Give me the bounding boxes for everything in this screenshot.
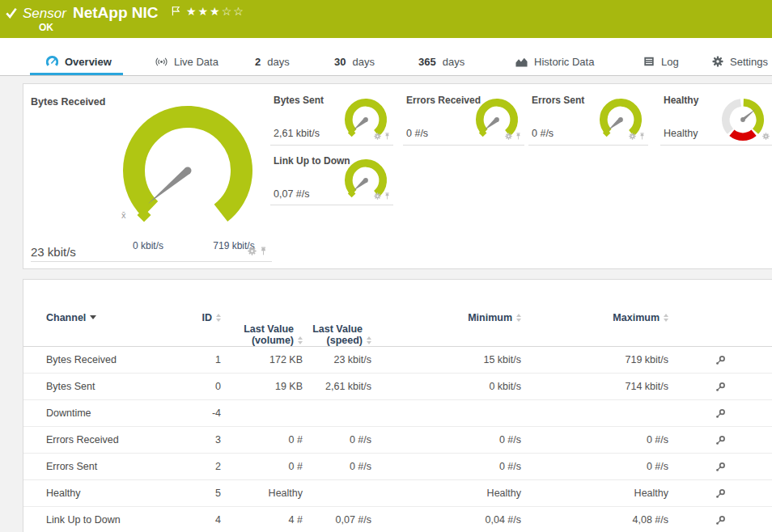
gauge-title: Link Up to Down [274, 155, 350, 167]
channel-id: 2 [180, 461, 221, 472]
table-row[interactable]: Errors Sent 2 0 # 0 #/s 0 #/s 0 #/s [23, 454, 772, 480]
tab-number: 365 [418, 56, 436, 68]
last-value-speed: 0,07 #/s [303, 514, 371, 526]
pin-icon[interactable] [384, 129, 391, 143]
channels-table-panel: Channel ID Last Value (volume) Last Valu… [23, 279, 772, 532]
table-row[interactable]: Bytes Received 1 172 KB 23 kbit/s 15 kbi… [23, 347, 772, 374]
channel-name: Errors Sent [46, 461, 180, 472]
gauge-dial: x̄ [119, 102, 257, 239]
minimum-value: 0 #/s [371, 461, 521, 472]
channel-name: Downtime [46, 407, 180, 419]
last-value-volume: Healthy [221, 488, 303, 499]
prtg-sensor-page: { "colors": { "ok-green": "#a7b80f", "ga… [0, 0, 772, 532]
pin-icon[interactable] [515, 129, 522, 143]
gear-icon[interactable] [374, 188, 381, 203]
table-row[interactable]: Bytes Sent 0 19 KB 2,61 kbit/s 0 kbit/s … [23, 374, 772, 400]
tab-overview[interactable]: Overview [46, 48, 112, 75]
gear-icon[interactable] [762, 129, 770, 143]
tab-2-days[interactable]: 2 days [255, 48, 290, 75]
wrench-icon[interactable] [715, 435, 726, 445]
wrench-icon[interactable] [715, 355, 726, 365]
column-header-maximum[interactable]: Maximum [521, 312, 668, 346]
gauge-scale-min: 0 kbit/s [119, 240, 177, 251]
channel-name: Bytes Received [46, 354, 180, 365]
pin-icon[interactable] [638, 129, 646, 143]
channel-name: Bytes Sent [46, 381, 180, 392]
minimum-value: 0 kbit/s [371, 381, 521, 392]
tab-label: Overview [65, 56, 112, 68]
minimum-value: Healthy [371, 488, 521, 499]
average-marker: x̄ [121, 210, 126, 220]
gauge-title: Bytes Sent [274, 95, 324, 106]
column-header-last-value-speed[interactable]: Last Value (speed) [303, 312, 371, 346]
column-header-minimum[interactable]: Minimum [371, 312, 521, 346]
maximum-value: 714 kbit/s [521, 381, 668, 392]
gauge-title: Errors Received [406, 95, 481, 106]
tab-label: Live Data [174, 56, 218, 68]
gauge-current-value: 0 #/s [406, 128, 428, 139]
gauge-current-value: 0 #/s [532, 128, 554, 139]
gauge-title: Errors Sent [532, 95, 584, 106]
tab-log[interactable]: Log [643, 48, 679, 75]
gauge-errors-received: Errors Received 0 #/s [403, 90, 524, 146]
wrench-icon[interactable] [715, 515, 726, 526]
gauge-current-value: 23 kbit/s [31, 245, 76, 259]
tab-label: Log [661, 56, 679, 68]
sort-desc-icon [90, 315, 96, 319]
channel-name: Healthy [46, 488, 180, 499]
tab-live-data[interactable]: Live Data [155, 48, 218, 75]
last-value-volume: 0 # [221, 434, 303, 445]
last-value-volume: 172 KB [221, 354, 303, 365]
wrench-icon[interactable] [715, 382, 726, 392]
minimum-value: 0,04 #/s [371, 514, 521, 526]
last-value-volume: 0 # [221, 461, 303, 472]
last-value-speed: 23 kbit/s [303, 354, 371, 365]
wrench-icon[interactable] [715, 408, 726, 419]
pin-icon[interactable] [259, 244, 268, 259]
minimum-value: 0 #/s [371, 434, 521, 445]
tab-number: 2 [255, 56, 261, 68]
gauge-bytes-received: Bytes Received x̄ 0 kbit/s 719 kbit/s 23… [31, 90, 272, 262]
table-row[interactable]: Healthy 5 Healthy Healthy Healthy [23, 480, 772, 507]
column-header-channel[interactable]: Channel [46, 312, 180, 346]
gauge-dial-status [721, 98, 765, 141]
tab-label: Settings [730, 56, 768, 68]
sensor-type-label: Sensor [23, 6, 66, 22]
pin-icon[interactable] [384, 188, 391, 203]
wrench-icon[interactable] [715, 462, 726, 472]
last-value-speed: 2,61 kbit/s [303, 381, 371, 392]
gear-icon[interactable] [374, 129, 381, 143]
priority-stars[interactable]: ★★★☆☆ [186, 5, 245, 18]
maximum-value: Healthy [521, 488, 668, 499]
gauge-title: Healthy [664, 95, 698, 106]
tab-settings[interactable]: Settings [712, 48, 768, 75]
column-header-last-value-volume[interactable]: Last Value (volume) [221, 312, 303, 346]
tab-365-days[interactable]: 365 days [418, 48, 464, 75]
gauge-current-value: Healthy [664, 128, 698, 139]
sensor-status-header: Sensor NetApp NIC ★★★☆☆ OK [0, 0, 772, 38]
gear-icon[interactable] [629, 129, 636, 143]
tab-number: 30 [334, 56, 346, 68]
gauge-icon [46, 56, 58, 68]
tab-30-days[interactable]: 30 days [334, 48, 375, 75]
channel-id: 3 [180, 434, 221, 445]
gauge-bytes-sent: Bytes Sent 2,61 kbit/s [270, 90, 393, 146]
check-icon [6, 7, 17, 22]
gear-icon[interactable] [248, 244, 257, 259]
maximum-value: 0 #/s [521, 461, 668, 472]
table-row[interactable]: Errors Received 3 0 # 0 #/s 0 #/s 0 #/s [23, 427, 772, 454]
gear-icon[interactable] [505, 129, 512, 143]
status-badge: OK [39, 22, 53, 33]
priority-flag-icon[interactable] [171, 5, 181, 19]
table-row[interactable]: Link Up to Down 4 4 # 0,07 #/s 0,04 #/s … [23, 507, 772, 532]
log-icon [643, 56, 655, 67]
column-header-id[interactable]: ID [180, 312, 221, 346]
live-data-icon [155, 56, 168, 68]
tab-historic-data[interactable]: Historic Data [515, 48, 594, 75]
channel-id: 4 [180, 514, 221, 526]
table-row[interactable]: Downtime -4 [23, 400, 772, 427]
wrench-icon[interactable] [715, 488, 726, 499]
last-value-speed: 0 #/s [303, 434, 371, 445]
last-value-speed: 0 #/s [303, 461, 371, 472]
tab-label: days [267, 56, 289, 68]
